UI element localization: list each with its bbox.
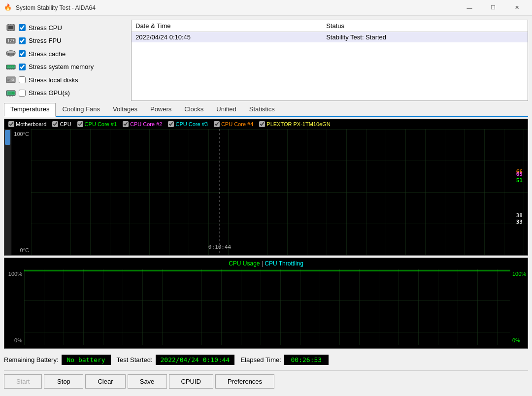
legend-core2-label: CPU Core #2 [130,121,162,127]
tab-cooling-fans[interactable]: Cooling Fans [56,103,106,116]
tab-voltages[interactable]: Voltages [106,103,144,116]
legend-core3-check[interactable] [168,121,174,127]
svg-rect-15 [9,65,10,67]
elapsed-value: 00:26:53 [284,355,329,365]
clear-button[interactable]: Clear [85,374,125,389]
legend-core4-label: CPU Core #4 [221,121,253,127]
cpu-chart-body: 100% 0% 100% 0% [4,269,528,345]
legend-cpu: CPU [52,121,71,127]
legend-core1-check[interactable] [77,121,83,127]
stress-fpu-checkbox[interactable] [19,37,26,44]
svg-text:65: 65 [516,171,523,177]
test-started-value: 2022/04/24 0:10:44 [156,355,235,365]
legend-cpu-check[interactable] [52,121,58,127]
minimize-button[interactable]: — [458,0,481,16]
cpu-right-top: 100% [512,271,526,277]
tab-statistics[interactable]: Statistics [243,103,281,116]
cpu-throttle-title: CPU Throttling [265,260,303,267]
legend-motherboard-check[interactable] [8,121,14,127]
stress-memory-label: Stress system memory [29,63,94,70]
tab-clocks[interactable]: Clocks [178,103,210,116]
svg-rect-14 [7,65,8,67]
y-min: 0°C [13,247,29,253]
status-row-4 [132,63,528,73]
stress-cpu-item: Stress CPU [6,23,125,33]
svg-point-25 [12,79,13,80]
y-max: 100°C [13,131,29,137]
legend-plextor-check[interactable] [259,121,265,127]
stress-cache-checkbox[interactable] [19,50,26,57]
buttons-row: Start Stop Clear Save CPUID Preferences [4,370,528,392]
svg-rect-29 [8,92,12,95]
fpu-icon: 123 [6,37,16,45]
legend-cpu-label: CPU [60,121,71,127]
stress-disk-label: Stress local disks [29,76,78,84]
legend-motherboard-label: Motherboard [16,121,46,127]
cpu-y-axis: 100% 0% [4,269,24,345]
preferences-button[interactable]: Preferences [215,374,274,389]
gpu-icon [6,89,16,97]
cpu-y-axis-right: 100% 0% [510,269,528,345]
legend-core3: CPU Core #3 [168,121,207,127]
cpu-chart-svg [24,269,510,345]
stress-disk-checkbox[interactable] [19,76,26,83]
stress-gpu-checkbox[interactable] [19,90,26,97]
close-button[interactable]: ✕ [505,0,528,16]
col-status: Status [322,20,528,32]
tab-unified[interactable]: Unified [210,103,242,116]
scrollbar-area [4,129,11,255]
legend-core2: CPU Core #2 [123,121,162,127]
battery-item: Remaining Battery: No battery [4,355,111,365]
status-table: Date & Time Status 2022/04/24 0:10:45 St… [132,20,528,73]
legend-core1-label: CPU Core #1 [85,121,117,127]
status-text: Stability Test: Started [322,32,528,43]
cpu-chart-title: CPU Usage | CPU Throttling [4,258,528,269]
top-section: Stress CPU 123 Stress FPU [4,20,528,101]
svg-text:0:10:44: 0:10:44 [208,244,232,250]
legend-core4-check[interactable] [214,121,220,127]
status-row-2 [132,42,528,53]
svg-text:51: 51 [516,177,523,184]
stress-fpu-item: 123 Stress FPU [6,36,125,46]
battery-label: Remaining Battery: [4,356,59,363]
legend-core2-check[interactable] [123,121,129,127]
svg-rect-1 [8,26,13,29]
stress-cpu-checkbox[interactable] [19,24,26,31]
legend-plextor: PLEXTOR PX-1TM10eGN [259,121,330,127]
cpuid-button[interactable]: CPUID [169,374,213,389]
stress-memory-checkbox[interactable] [19,64,26,70]
elapsed-item: Elapsed Time: 00:26:53 [240,355,328,365]
legend-plextor-label: PLEXTOR PX-1TM10eGN [266,121,330,127]
status-row-3 [132,53,528,63]
save-button[interactable]: Save [128,374,167,389]
cpu-usage-chart: CPU Usage | CPU Throttling 100% 0% [4,258,528,349]
stress-cache-label: Stress cache [29,50,66,58]
y-axis: 100°C 0°C [11,129,31,255]
charts-area: Motherboard CPU CPU Core #1 CPU Core #2 … [4,119,528,349]
stress-cpu-label: Stress CPU [29,24,62,32]
maximize-button[interactable]: ☐ [482,0,504,16]
svg-rect-47 [24,269,510,345]
cpu-y-bottom: 0% [6,337,22,343]
cpu-y-top: 100% [6,271,22,277]
window-title: System Stability Test - AIDA64 [16,4,458,11]
temperature-chart: Motherboard CPU CPU Core #1 CPU Core #2 … [4,119,528,256]
tab-powers[interactable]: Powers [144,103,178,116]
scrollbar-thumb[interactable] [5,130,10,145]
temp-chart-svg-container: 0:10:44 66 65 51 38 33 [31,129,528,255]
bottom-status-bar: Remaining Battery: No battery Test Start… [4,351,528,368]
cpu-chart-svg-container [24,269,510,345]
tab-temperatures[interactable]: Temperatures [4,103,56,117]
svg-point-30 [12,92,15,94]
status-row-1: 2022/04/24 0:10:45 Stability Test: Start… [132,32,528,43]
svg-rect-26 [7,79,10,80]
svg-rect-38 [31,129,528,255]
stop-button[interactable]: Stop [44,374,83,389]
svg-rect-27 [7,80,9,81]
start-button[interactable]: Start [4,374,42,389]
memory-icon [6,63,16,71]
chart-legend: Motherboard CPU CPU Core #1 CPU Core #2 … [4,119,528,129]
main-window: Stress CPU 123 Stress FPU [0,16,532,396]
legend-motherboard: Motherboard [8,121,46,127]
col-datetime: Date & Time [132,20,322,32]
